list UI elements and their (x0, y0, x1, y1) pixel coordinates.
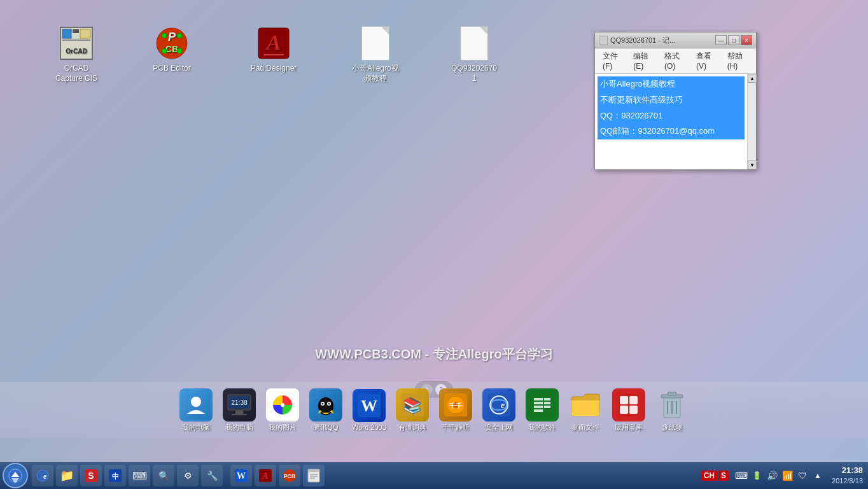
taskbar-sogou[interactable]: S (80, 465, 102, 486)
svg-rect-1 (62, 29, 71, 38)
tray-network[interactable]: 📶 (781, 469, 794, 482)
scroll-up[interactable]: ▲ (748, 74, 757, 83)
svg-rect-48 (543, 398, 544, 412)
system-clock[interactable]: 21:38 2012/8/13 (832, 465, 865, 486)
svg-text:中: 中 (112, 472, 119, 480)
svg-text:21:38: 21:38 (231, 399, 247, 406)
orcad-label: OrCAD Capture CIS (55, 64, 97, 83)
start-button[interactable] (3, 463, 28, 488)
dock-item-mysoft[interactable]: 我的软件 (523, 388, 561, 432)
dock-item-monitor[interactable]: 21:38 我的电脑 (220, 388, 258, 432)
dock-item-qq[interactable]: 腾讯QQ (307, 388, 345, 432)
dock-icon-word: W (353, 389, 386, 422)
xge-label: 小哥Allegro视 频教程 (352, 64, 398, 83)
dock-item-word[interactable]: W Word 2003 (350, 389, 388, 431)
dock-item-pinwheel[interactable]: 我的图片 (263, 388, 302, 432)
dock-label-monitor: 我的电脑 (225, 423, 253, 432)
taskbar-chinese[interactable]: 中 (104, 465, 126, 486)
ime-indicator[interactable]: CH (701, 471, 717, 481)
notepad-menu-help[interactable]: 帮助(H) (722, 50, 753, 72)
svg-rect-45 (534, 402, 550, 404)
svg-rect-21 (232, 414, 247, 415)
taskbar-dock: 我的电脑 21:38 我的电脑 (0, 382, 868, 438)
dock-item-folder[interactable]: 桌面文件 (566, 388, 605, 432)
taskbar-notepad[interactable] (303, 465, 325, 486)
pcb-label: PCB Editor (153, 64, 190, 74)
dock-label-music: 千千静听 (442, 423, 470, 432)
tray-volume[interactable]: 🔊 (766, 469, 778, 482)
dock-icon-qq (309, 388, 342, 422)
taskbar-pcb[interactable]: PCB (279, 465, 300, 486)
dock-icon-appstore (612, 388, 645, 422)
svg-text:S: S (88, 471, 94, 481)
desktop-icon-xge[interactable]: 小哥Allegro视 频教程 (347, 25, 404, 83)
notepad-window: QQ932026701 - 记... — □ × 文件(F) 编辑(E) 格式(… (594, 32, 757, 170)
taskbar-explorer[interactable]: 📁 (56, 465, 78, 486)
notepad-menu-edit[interactable]: 编辑(E) (628, 50, 659, 72)
dock-icon-trash (655, 388, 689, 422)
scroll-down[interactable]: ▼ (748, 160, 757, 169)
tray-shield[interactable]: 🛡 (796, 469, 809, 482)
dock-item-appstore[interactable]: 应用宝库 (610, 388, 648, 432)
notepad-scrollbar[interactable]: ▲ ▼ (747, 74, 756, 169)
dock-icon-music: 千千 (439, 388, 472, 422)
svg-rect-43 (531, 393, 554, 416)
taskbar-keyboard[interactable]: ⌨ (129, 465, 150, 486)
svg-point-23 (281, 403, 284, 407)
desktop-icon-pad[interactable]: A Pad Designer (245, 25, 302, 74)
notepad-maximize-btn[interactable]: □ (728, 35, 739, 45)
svg-text:千千: 千千 (449, 402, 463, 409)
svg-point-29 (328, 402, 330, 404)
svg-text:e: e (43, 472, 47, 481)
notepad-titlebar: QQ932026701 - 记... — □ × (595, 32, 756, 48)
svg-rect-46 (534, 406, 550, 408)
ime2-indicator[interactable]: S (718, 471, 729, 481)
dock-item-ie[interactable]: e 安全上网 (480, 388, 518, 432)
dock-item-music[interactable]: 千千 千千静听 (437, 388, 475, 432)
svg-rect-2 (73, 29, 79, 33)
notepad-title: QQ932026701 - 记... (610, 36, 714, 45)
svg-point-12 (177, 48, 182, 53)
desktop-icon-pcb[interactable]: P CB PCB Editor (143, 25, 200, 74)
notepad-menu-file[interactable]: 文件(F) (598, 50, 628, 72)
svg-rect-20 (235, 410, 243, 414)
taskbar-search[interactable]: 🔍 (153, 465, 174, 486)
dock-label-folder: 桌面文件 (571, 423, 599, 432)
scroll-track[interactable] (748, 83, 756, 160)
svg-text:A: A (265, 31, 281, 54)
notepad-menu-format[interactable]: 格式(O) (659, 50, 691, 72)
svg-rect-56 (668, 392, 676, 395)
tray-arrow[interactable]: ▲ (811, 469, 824, 482)
dock-item-trash[interactable]: 废纸篓 (653, 388, 691, 432)
notepad-text[interactable]: 小哥Allegro视频教程 不断更新软件高级技巧 QQ：932026701 QQ… (595, 74, 747, 169)
pad-label: Pad Designer (251, 64, 297, 74)
notepad-close-btn[interactable]: × (741, 35, 752, 45)
svg-point-10 (177, 33, 182, 38)
notepad-menu-view[interactable]: 查看(V) (691, 50, 722, 72)
svg-rect-4 (62, 39, 90, 41)
tray-keyboard[interactable]: ⌨ (735, 469, 748, 482)
svg-point-28 (322, 402, 324, 404)
dock-icon-pinwheel (266, 388, 299, 422)
svg-point-9 (162, 33, 167, 38)
taskbar-ie[interactable]: e (32, 465, 53, 486)
taskbar-pad[interactable]: A (255, 465, 276, 486)
taskbar-wrench[interactable]: 🔧 (201, 465, 223, 486)
desktop-icon-qqfile[interactable]: QQ93202670 1 (445, 25, 503, 83)
desktop: OrCAD OrCAD Capture CIS P CB PCB Editor (0, 0, 868, 465)
dock-icon-monitor: 21:38 (223, 388, 256, 422)
notepad-content-area: 小哥Allegro视频教程 不断更新软件高级技巧 QQ：932026701 QQ… (595, 74, 756, 169)
svg-text:PCB: PCB (283, 473, 296, 479)
desktop-icon-orcad[interactable]: OrCAD OrCAD Capture CIS (48, 25, 105, 83)
dock-icon-mysoft (526, 388, 559, 422)
notepad-line-4: QQ邮箱：932026701@qq.com (598, 124, 745, 139)
dock-label-trash: 废纸篓 (662, 423, 683, 432)
dock-item-book[interactable]: 📚 有道词典 (393, 388, 431, 432)
tray-battery[interactable]: 🔋 (750, 469, 763, 482)
taskbar-settings[interactable]: ⚙ (177, 465, 199, 486)
dock-item-contacts[interactable]: 我的电脑 (177, 388, 215, 432)
dock-label-word: Word 2003 (352, 423, 386, 431)
taskbar-word[interactable]: W (230, 465, 252, 486)
dock-label-ie: 安全上网 (485, 423, 513, 432)
notepad-minimize-btn[interactable]: — (715, 35, 727, 45)
